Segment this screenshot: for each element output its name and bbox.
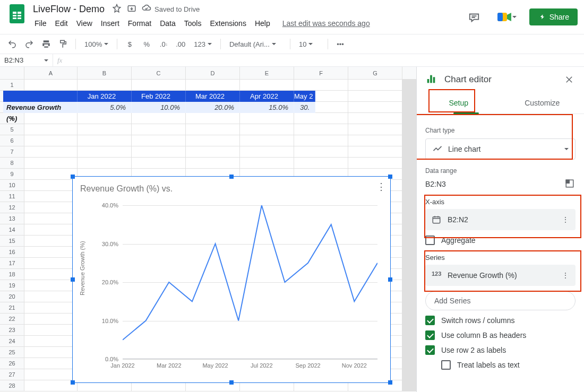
col-head[interactable]: A: [24, 67, 78, 79]
row-label[interactable]: Revenue Growth (%): [3, 102, 78, 113]
redo-button[interactable]: [22, 37, 36, 51]
row-head[interactable]: 1: [0, 80, 24, 91]
share-button[interactable]: Share: [529, 8, 578, 25]
chart-x-tick: May 2022: [202, 362, 228, 369]
chart-y-tick: 0.0%: [97, 356, 118, 362]
chart-object[interactable]: ⋮ Revenue Growth (%) vs. Revenue Growth …: [72, 176, 391, 383]
zoom-select[interactable]: 100%: [81, 37, 111, 51]
row-head[interactable]: 13: [0, 213, 24, 224]
increase-decimal-button[interactable]: .00: [174, 37, 187, 51]
table-header[interactable]: Jan 2022: [78, 91, 132, 102]
percent-button[interactable]: %: [140, 37, 153, 51]
row-head[interactable]: 8: [0, 158, 24, 169]
sheets-logo[interactable]: [6, 3, 28, 24]
doc-title[interactable]: LiveFlow - Demo: [31, 3, 107, 16]
menu-tools[interactable]: Tools: [181, 17, 205, 30]
decrease-decimal-button[interactable]: .0↓: [157, 37, 170, 51]
row-head[interactable]: 22: [0, 313, 24, 325]
row-head[interactable]: 19: [0, 280, 24, 291]
paint-format-button[interactable]: [56, 37, 70, 51]
row-head[interactable]: 24: [0, 336, 24, 347]
table-cell[interactable]: 20.0%: [186, 102, 240, 113]
menu-file[interactable]: File: [31, 17, 50, 30]
row-head[interactable]: 28: [0, 380, 24, 391]
comments-icon[interactable]: [463, 6, 485, 28]
more-toolbar-button[interactable]: •••: [333, 37, 347, 51]
more-formats-button[interactable]: 123: [191, 37, 215, 51]
use-row-label: Use row 2 as labels: [441, 346, 506, 354]
row-head[interactable]: 27: [0, 369, 24, 380]
tab-customize[interactable]: Customize: [501, 92, 585, 114]
data-range-value[interactable]: B2:N3: [425, 180, 446, 188]
last-edit[interactable]: Last edit was seconds ago: [282, 19, 370, 28]
use-col-label: Use column B as headers: [441, 331, 526, 339]
row-head[interactable]: 5: [0, 124, 24, 135]
row-head[interactable]: 25: [0, 347, 24, 358]
row-head[interactable]: 9: [0, 169, 24, 180]
row-head[interactable]: 7: [0, 146, 24, 158]
table-header[interactable]: Apr 2022: [240, 91, 294, 102]
chart-x-tick: Mar 2022: [157, 362, 181, 369]
row-head[interactable]: 16: [0, 247, 24, 258]
use-row-checkbox[interactable]: [425, 345, 435, 355]
move-icon[interactable]: [127, 4, 136, 15]
font-select[interactable]: Default (Ari...: [226, 37, 285, 51]
select-range-icon[interactable]: [565, 179, 576, 189]
use-col-checkbox[interactable]: [425, 330, 435, 340]
row-head[interactable]: 14: [0, 224, 24, 236]
col-head[interactable]: D: [186, 67, 240, 79]
close-icon[interactable]: [563, 73, 576, 86]
saved-status: Saved to Drive: [154, 5, 200, 13]
treat-labels-checkbox[interactable]: [441, 360, 451, 370]
row-head[interactable]: 11: [0, 191, 24, 202]
col-head[interactable]: F: [294, 67, 348, 79]
row-head[interactable]: 17: [0, 258, 24, 269]
row-head[interactable]: 20: [0, 291, 24, 302]
treat-labels-label: Treat labels as text: [457, 361, 520, 369]
row-head[interactable]: 6: [0, 135, 24, 146]
cloud-saved-icon: [142, 4, 151, 15]
col-head[interactable]: C: [132, 67, 186, 79]
chart-y-tick: 20.0%: [97, 279, 118, 285]
menu-data[interactable]: Data: [156, 17, 179, 30]
name-box[interactable]: B2:N3: [0, 54, 53, 66]
star-icon[interactable]: [112, 4, 122, 15]
print-button[interactable]: [39, 37, 53, 51]
formula-input[interactable]: [66, 54, 584, 66]
chart-x-tick: Jan 2022: [110, 362, 134, 369]
currency-button[interactable]: $: [123, 37, 136, 51]
row-head[interactable]: 23: [0, 325, 24, 336]
switch-rows-label: Switch rows / columns: [441, 316, 514, 325]
table-cell[interactable]: 15.0%: [240, 102, 294, 113]
chart-y-tick: 30.0%: [97, 241, 118, 247]
menu-help[interactable]: Help: [251, 17, 274, 30]
row-head[interactable]: 12: [0, 202, 24, 213]
row-head[interactable]: 15: [0, 236, 24, 247]
menu-insert[interactable]: Insert: [97, 17, 123, 30]
menu-extensions[interactable]: Extensions: [206, 17, 250, 30]
chart-editor-icon: [425, 73, 438, 86]
add-series-button[interactable]: Add Series: [425, 291, 576, 310]
menu-view[interactable]: View: [73, 17, 96, 30]
share-label: Share: [549, 13, 569, 21]
font-size-select[interactable]: 10: [296, 37, 322, 51]
col-head[interactable]: E: [240, 67, 294, 79]
meet-button[interactable]: [492, 6, 522, 28]
switch-rows-checkbox[interactable]: [425, 316, 435, 325]
table-header[interactable]: Feb 2022: [132, 91, 186, 102]
table-cell[interactable]: 5.0%: [78, 102, 132, 113]
table-header[interactable]: May 2: [294, 91, 315, 102]
table-cell[interactable]: 30.: [294, 102, 315, 113]
row-head[interactable]: 18: [0, 269, 24, 280]
table-header[interactable]: Mar 2022: [186, 91, 240, 102]
menu-edit[interactable]: Edit: [51, 17, 72, 30]
col-head[interactable]: G: [348, 67, 402, 79]
svg-rect-8: [430, 75, 432, 83]
col-head[interactable]: B: [78, 67, 132, 79]
row-head[interactable]: 21: [0, 302, 24, 313]
row-head[interactable]: 10: [0, 180, 24, 191]
undo-button[interactable]: [5, 37, 19, 51]
row-head[interactable]: 26: [0, 358, 24, 369]
menu-format[interactable]: Format: [124, 17, 155, 30]
table-cell[interactable]: 10.0%: [132, 102, 186, 113]
